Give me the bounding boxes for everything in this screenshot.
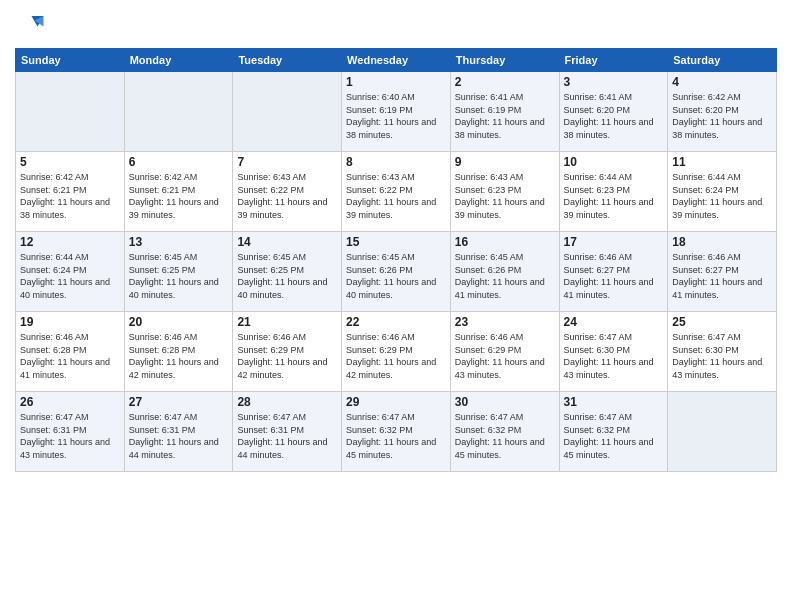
calendar-cell: 30Sunrise: 6:47 AM Sunset: 6:32 PM Dayli… (450, 392, 559, 472)
day-number: 30 (455, 395, 555, 409)
calendar-cell: 4Sunrise: 6:42 AM Sunset: 6:20 PM Daylig… (668, 72, 777, 152)
calendar-cell: 9Sunrise: 6:43 AM Sunset: 6:23 PM Daylig… (450, 152, 559, 232)
day-number: 4 (672, 75, 772, 89)
day-info: Sunrise: 6:46 AM Sunset: 6:28 PM Dayligh… (129, 331, 229, 381)
day-info: Sunrise: 6:47 AM Sunset: 6:32 PM Dayligh… (346, 411, 446, 461)
calendar-cell: 2Sunrise: 6:41 AM Sunset: 6:19 PM Daylig… (450, 72, 559, 152)
calendar-week-row: 12Sunrise: 6:44 AM Sunset: 6:24 PM Dayli… (16, 232, 777, 312)
day-number: 28 (237, 395, 337, 409)
calendar-cell: 16Sunrise: 6:45 AM Sunset: 6:26 PM Dayli… (450, 232, 559, 312)
day-number: 26 (20, 395, 120, 409)
calendar-cell: 13Sunrise: 6:45 AM Sunset: 6:25 PM Dayli… (124, 232, 233, 312)
day-info: Sunrise: 6:47 AM Sunset: 6:30 PM Dayligh… (564, 331, 664, 381)
page: SundayMondayTuesdayWednesdayThursdayFrid… (0, 0, 792, 612)
day-info: Sunrise: 6:47 AM Sunset: 6:31 PM Dayligh… (129, 411, 229, 461)
day-info: Sunrise: 6:46 AM Sunset: 6:29 PM Dayligh… (455, 331, 555, 381)
calendar-cell: 12Sunrise: 6:44 AM Sunset: 6:24 PM Dayli… (16, 232, 125, 312)
calendar-cell: 3Sunrise: 6:41 AM Sunset: 6:20 PM Daylig… (559, 72, 668, 152)
day-number: 6 (129, 155, 229, 169)
day-info: Sunrise: 6:44 AM Sunset: 6:23 PM Dayligh… (564, 171, 664, 221)
calendar-cell: 11Sunrise: 6:44 AM Sunset: 6:24 PM Dayli… (668, 152, 777, 232)
day-number: 19 (20, 315, 120, 329)
day-info: Sunrise: 6:46 AM Sunset: 6:29 PM Dayligh… (346, 331, 446, 381)
day-info: Sunrise: 6:41 AM Sunset: 6:19 PM Dayligh… (455, 91, 555, 141)
day-info: Sunrise: 6:45 AM Sunset: 6:26 PM Dayligh… (346, 251, 446, 301)
day-number: 14 (237, 235, 337, 249)
col-header-friday: Friday (559, 49, 668, 72)
day-info: Sunrise: 6:46 AM Sunset: 6:28 PM Dayligh… (20, 331, 120, 381)
day-info: Sunrise: 6:47 AM Sunset: 6:32 PM Dayligh… (564, 411, 664, 461)
calendar-cell: 25Sunrise: 6:47 AM Sunset: 6:30 PM Dayli… (668, 312, 777, 392)
day-number: 31 (564, 395, 664, 409)
calendar-week-row: 1Sunrise: 6:40 AM Sunset: 6:19 PM Daylig… (16, 72, 777, 152)
calendar-cell: 1Sunrise: 6:40 AM Sunset: 6:19 PM Daylig… (342, 72, 451, 152)
day-info: Sunrise: 6:45 AM Sunset: 6:25 PM Dayligh… (129, 251, 229, 301)
day-number: 15 (346, 235, 446, 249)
day-number: 18 (672, 235, 772, 249)
day-info: Sunrise: 6:47 AM Sunset: 6:31 PM Dayligh… (20, 411, 120, 461)
calendar-cell: 18Sunrise: 6:46 AM Sunset: 6:27 PM Dayli… (668, 232, 777, 312)
day-info: Sunrise: 6:46 AM Sunset: 6:27 PM Dayligh… (564, 251, 664, 301)
header (15, 10, 777, 40)
day-info: Sunrise: 6:40 AM Sunset: 6:19 PM Dayligh… (346, 91, 446, 141)
day-info: Sunrise: 6:42 AM Sunset: 6:21 PM Dayligh… (20, 171, 120, 221)
day-info: Sunrise: 6:45 AM Sunset: 6:26 PM Dayligh… (455, 251, 555, 301)
day-number: 11 (672, 155, 772, 169)
logo-icon (15, 10, 45, 40)
day-number: 21 (237, 315, 337, 329)
calendar-cell: 24Sunrise: 6:47 AM Sunset: 6:30 PM Dayli… (559, 312, 668, 392)
col-header-sunday: Sunday (16, 49, 125, 72)
day-info: Sunrise: 6:47 AM Sunset: 6:32 PM Dayligh… (455, 411, 555, 461)
calendar-cell: 28Sunrise: 6:47 AM Sunset: 6:31 PM Dayli… (233, 392, 342, 472)
calendar-cell: 8Sunrise: 6:43 AM Sunset: 6:22 PM Daylig… (342, 152, 451, 232)
logo (15, 10, 49, 40)
calendar-cell (124, 72, 233, 152)
day-number: 13 (129, 235, 229, 249)
calendar-cell: 6Sunrise: 6:42 AM Sunset: 6:21 PM Daylig… (124, 152, 233, 232)
day-number: 22 (346, 315, 446, 329)
day-number: 5 (20, 155, 120, 169)
day-info: Sunrise: 6:44 AM Sunset: 6:24 PM Dayligh… (20, 251, 120, 301)
day-info: Sunrise: 6:42 AM Sunset: 6:21 PM Dayligh… (129, 171, 229, 221)
calendar-cell: 10Sunrise: 6:44 AM Sunset: 6:23 PM Dayli… (559, 152, 668, 232)
calendar-cell (16, 72, 125, 152)
col-header-monday: Monday (124, 49, 233, 72)
day-number: 23 (455, 315, 555, 329)
calendar-cell: 26Sunrise: 6:47 AM Sunset: 6:31 PM Dayli… (16, 392, 125, 472)
calendar-cell: 20Sunrise: 6:46 AM Sunset: 6:28 PM Dayli… (124, 312, 233, 392)
col-header-wednesday: Wednesday (342, 49, 451, 72)
calendar-header-row: SundayMondayTuesdayWednesdayThursdayFrid… (16, 49, 777, 72)
day-number: 9 (455, 155, 555, 169)
day-number: 25 (672, 315, 772, 329)
col-header-tuesday: Tuesday (233, 49, 342, 72)
day-number: 12 (20, 235, 120, 249)
calendar-cell: 27Sunrise: 6:47 AM Sunset: 6:31 PM Dayli… (124, 392, 233, 472)
day-number: 24 (564, 315, 664, 329)
day-info: Sunrise: 6:46 AM Sunset: 6:27 PM Dayligh… (672, 251, 772, 301)
calendar-table: SundayMondayTuesdayWednesdayThursdayFrid… (15, 48, 777, 472)
calendar-cell: 5Sunrise: 6:42 AM Sunset: 6:21 PM Daylig… (16, 152, 125, 232)
day-number: 27 (129, 395, 229, 409)
calendar-cell: 31Sunrise: 6:47 AM Sunset: 6:32 PM Dayli… (559, 392, 668, 472)
day-number: 1 (346, 75, 446, 89)
day-info: Sunrise: 6:43 AM Sunset: 6:22 PM Dayligh… (237, 171, 337, 221)
day-info: Sunrise: 6:42 AM Sunset: 6:20 PM Dayligh… (672, 91, 772, 141)
day-number: 16 (455, 235, 555, 249)
calendar-cell: 22Sunrise: 6:46 AM Sunset: 6:29 PM Dayli… (342, 312, 451, 392)
col-header-saturday: Saturday (668, 49, 777, 72)
calendar-cell (233, 72, 342, 152)
day-number: 29 (346, 395, 446, 409)
day-number: 2 (455, 75, 555, 89)
calendar-cell: 29Sunrise: 6:47 AM Sunset: 6:32 PM Dayli… (342, 392, 451, 472)
day-number: 17 (564, 235, 664, 249)
day-number: 20 (129, 315, 229, 329)
calendar-cell: 21Sunrise: 6:46 AM Sunset: 6:29 PM Dayli… (233, 312, 342, 392)
calendar-week-row: 19Sunrise: 6:46 AM Sunset: 6:28 PM Dayli… (16, 312, 777, 392)
day-info: Sunrise: 6:47 AM Sunset: 6:31 PM Dayligh… (237, 411, 337, 461)
day-number: 10 (564, 155, 664, 169)
day-number: 8 (346, 155, 446, 169)
calendar-week-row: 5Sunrise: 6:42 AM Sunset: 6:21 PM Daylig… (16, 152, 777, 232)
calendar-cell: 15Sunrise: 6:45 AM Sunset: 6:26 PM Dayli… (342, 232, 451, 312)
day-info: Sunrise: 6:44 AM Sunset: 6:24 PM Dayligh… (672, 171, 772, 221)
day-info: Sunrise: 6:43 AM Sunset: 6:22 PM Dayligh… (346, 171, 446, 221)
